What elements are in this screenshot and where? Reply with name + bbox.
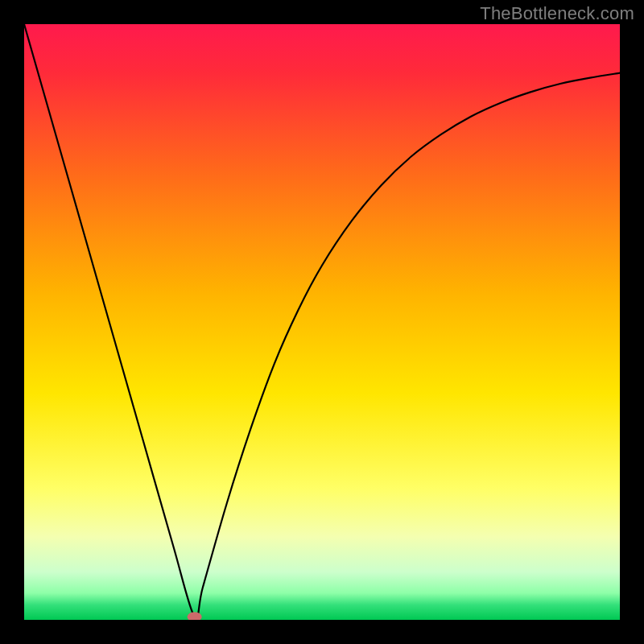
chart-plot-area [24,24,620,620]
chart-background [24,24,620,620]
watermark-text: TheBottleneck.com [480,3,634,24]
chart-svg [24,24,620,620]
chart-frame: TheBottleneck.com [0,0,644,644]
